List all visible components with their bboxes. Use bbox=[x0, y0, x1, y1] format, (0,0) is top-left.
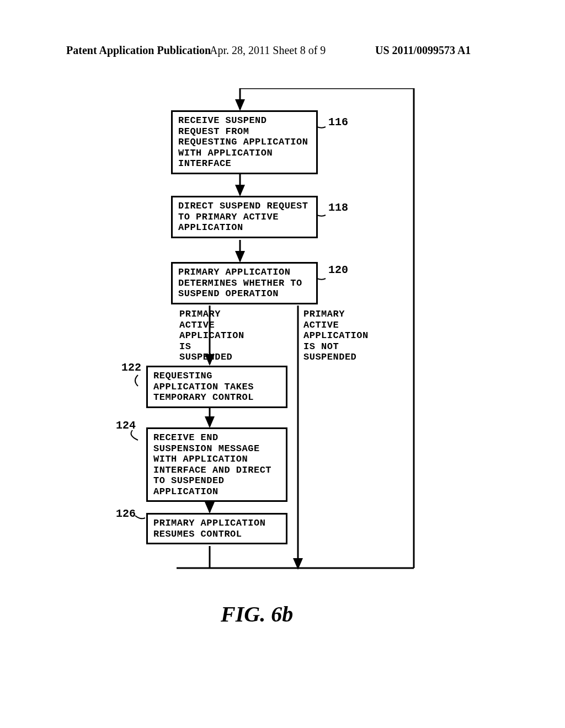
ref-126: 126 bbox=[116, 507, 136, 520]
ref-122: 122 bbox=[121, 361, 141, 374]
header-right: US 2011/0099573 A1 bbox=[375, 44, 471, 57]
box-116-text: RECEIVE SUSPEND REQUEST FROM REQUESTING … bbox=[178, 115, 308, 169]
box-122-text: REQUESTING APPLICATION TAKES TEMPORARY C… bbox=[153, 371, 254, 403]
box-126-text: PRIMARY APPLICATION RESUMES CONTROL bbox=[153, 518, 265, 539]
branch-right-label: PRIMARY ACTIVE APPLICATION IS NOT SUSPEN… bbox=[303, 309, 370, 363]
box-118: DIRECT SUSPEND REQUEST TO PRIMARY ACTIVE… bbox=[171, 196, 318, 238]
box-126: PRIMARY APPLICATION RESUMES CONTROL bbox=[146, 513, 287, 544]
header-center: Apr. 28, 2011 Sheet 8 of 9 bbox=[210, 44, 326, 57]
box-118-text: DIRECT SUSPEND REQUEST TO PRIMARY ACTIVE… bbox=[178, 201, 308, 233]
box-124-text: RECEIVE END SUSPENSION MESSAGE WITH APPL… bbox=[153, 432, 271, 497]
ref-124: 124 bbox=[116, 419, 136, 432]
ref-120: 120 bbox=[328, 264, 348, 276]
flowchart-diagram: RECEIVE SUSPEND REQUEST FROM REQUESTING … bbox=[121, 88, 430, 585]
box-124: RECEIVE END SUSPENSION MESSAGE WITH APPL… bbox=[146, 427, 287, 502]
box-116: RECEIVE SUSPEND REQUEST FROM REQUESTING … bbox=[171, 110, 318, 174]
ref-118: 118 bbox=[328, 201, 348, 214]
box-120-text: PRIMARY APPLICATION DETERMINES WHETHER T… bbox=[178, 267, 302, 299]
figure-caption: FIG. 6b bbox=[221, 601, 293, 627]
box-120: PRIMARY APPLICATION DETERMINES WHETHER T… bbox=[171, 262, 318, 304]
box-122: REQUESTING APPLICATION TAKES TEMPORARY C… bbox=[146, 366, 287, 408]
branch-left-label: PRIMARY ACTIVE APPLICATION IS SUSPENDED bbox=[179, 309, 246, 363]
header-left: Patent Application Publication bbox=[66, 44, 211, 57]
ref-116: 116 bbox=[328, 116, 348, 129]
